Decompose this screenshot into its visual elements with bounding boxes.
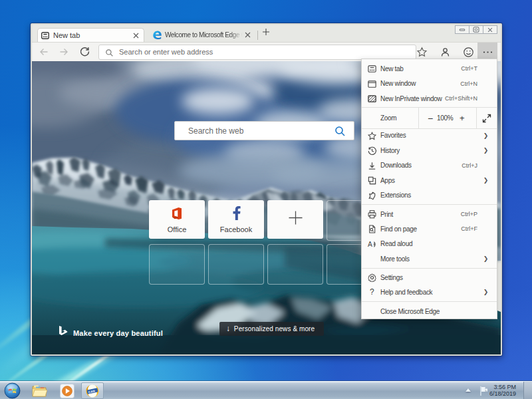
svg-text:A: A bbox=[368, 241, 372, 248]
